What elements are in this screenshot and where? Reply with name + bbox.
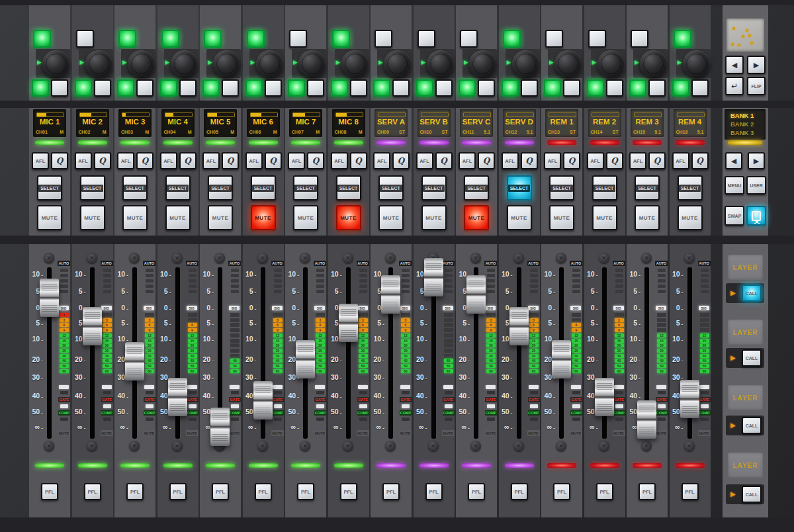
q-button[interactable]: Q <box>435 152 453 169</box>
mute-button[interactable]: MUTE <box>165 205 191 230</box>
fader-cap[interactable] <box>296 340 315 378</box>
fader-cap[interactable] <box>210 408 230 446</box>
function-button-a[interactable] <box>32 79 49 97</box>
fader-cap[interactable] <box>637 400 656 439</box>
bank-left-button[interactable]: ◀ <box>725 56 744 74</box>
q-button[interactable]: Q <box>392 152 410 169</box>
q-button[interactable]: Q <box>606 152 623 169</box>
mute-button[interactable]: MUTE <box>37 205 62 230</box>
channel-on-button[interactable] <box>375 30 392 48</box>
channel-on-button[interactable] <box>460 30 478 48</box>
afl-button[interactable]: AFL <box>288 152 305 169</box>
function-button-a[interactable] <box>672 79 689 97</box>
rotary-encoder-knob[interactable] <box>427 50 454 77</box>
channel-on-button[interactable] <box>674 30 691 48</box>
mute-button[interactable]: MUTE <box>208 205 233 230</box>
select-button[interactable]: SELECT <box>635 175 660 200</box>
function-button-b[interactable] <box>648 79 666 97</box>
mute-button[interactable]: MUTE <box>678 205 703 230</box>
rotary-encoder-knob[interactable] <box>384 50 411 77</box>
call-button[interactable]: CALL <box>742 486 762 503</box>
function-button-b[interactable] <box>94 79 111 97</box>
call-button[interactable]: CALL <box>742 285 762 302</box>
pfl-button[interactable]: PFL <box>84 483 101 500</box>
function-button-a[interactable] <box>160 79 177 97</box>
afl-button[interactable]: AFL <box>75 152 92 169</box>
q-button[interactable]: Q <box>307 152 324 169</box>
swap-button[interactable]: SWAP <box>725 206 744 226</box>
function-button-a[interactable] <box>544 79 561 97</box>
select-button[interactable]: SELECT <box>678 175 703 200</box>
pfl-button[interactable]: PFL <box>425 483 443 500</box>
channel-on-button[interactable] <box>631 30 648 48</box>
channel-on-button[interactable] <box>289 30 307 48</box>
mute-button[interactable]: MUTE <box>293 205 318 230</box>
pfl-button[interactable]: PFL <box>169 483 187 500</box>
afl-button[interactable]: AFL <box>160 152 177 169</box>
pfl-button[interactable]: PFL <box>511 483 528 500</box>
q-button[interactable]: Q <box>94 152 111 169</box>
rotary-encoder-knob[interactable] <box>298 50 326 77</box>
select-button[interactable]: SELECT <box>378 175 404 200</box>
q-button[interactable]: Q <box>179 152 197 169</box>
function-button-b[interactable] <box>691 79 709 97</box>
afl-button[interactable]: AFL <box>202 152 220 169</box>
function-button-a[interactable] <box>117 79 134 97</box>
function-button-a[interactable] <box>459 79 476 97</box>
rotary-encoder-knob[interactable] <box>469 50 496 77</box>
pfl-button[interactable]: PFL <box>126 483 144 500</box>
q-button[interactable]: Q <box>222 152 239 169</box>
q-button[interactable]: Q <box>563 152 580 169</box>
function-button-a[interactable] <box>587 79 604 97</box>
channel-on-button[interactable] <box>332 30 350 48</box>
rotary-encoder-knob[interactable] <box>640 50 667 77</box>
select-button[interactable]: SELECT <box>122 175 148 200</box>
select-button[interactable]: SELECT <box>80 175 105 200</box>
select-button[interactable]: SELECT <box>165 175 191 200</box>
q-button[interactable]: Q <box>521 152 538 169</box>
mute-button[interactable]: MUTE <box>251 205 276 230</box>
pfl-button[interactable]: PFL <box>382 483 400 500</box>
function-button-b[interactable] <box>563 79 580 97</box>
function-button-b[interactable] <box>392 79 410 97</box>
fader-cap[interactable] <box>40 279 59 317</box>
menu-button[interactable]: MENU <box>725 176 744 195</box>
pfl-button[interactable]: PFL <box>297 483 314 500</box>
mute-button[interactable]: MUTE <box>336 205 361 230</box>
mute-button[interactable]: MUTE <box>122 205 148 230</box>
function-button-b[interactable] <box>606 79 623 97</box>
mute-button[interactable]: MUTE <box>507 205 532 230</box>
fader-cap[interactable] <box>168 378 187 416</box>
fader-cap[interactable] <box>381 275 400 314</box>
function-button-a[interactable] <box>373 79 390 97</box>
channel-on-button[interactable] <box>418 30 435 48</box>
select-button[interactable]: SELECT <box>507 175 532 200</box>
afl-button[interactable]: AFL <box>459 152 476 169</box>
pfl-button[interactable]: PFL <box>340 483 357 500</box>
afl-button[interactable]: AFL <box>32 152 49 169</box>
function-button-a[interactable] <box>75 79 92 97</box>
rotary-encoder-knob[interactable] <box>85 50 112 77</box>
enter-button[interactable]: ↵ <box>725 77 744 95</box>
select-button[interactable]: SELECT <box>549 175 574 200</box>
fader-cap[interactable] <box>125 342 144 380</box>
channel-on-button[interactable] <box>588 30 606 48</box>
q-button[interactable]: Q <box>51 152 68 169</box>
user-button[interactable]: USER <box>746 176 766 195</box>
channel-right-button[interactable]: ▶ <box>748 152 765 169</box>
mute-button[interactable]: MUTE <box>80 205 105 230</box>
channel-on-button[interactable] <box>118 30 136 48</box>
mute-button[interactable]: MUTE <box>635 205 660 230</box>
channel-on-button[interactable] <box>76 30 94 48</box>
afl-button[interactable]: AFL <box>117 152 134 169</box>
channel-on-button[interactable] <box>503 30 521 48</box>
call-button[interactable]: CALL <box>742 417 762 434</box>
monitor-button[interactable] <box>746 206 766 226</box>
mute-button[interactable]: MUTE <box>421 205 447 230</box>
afl-button[interactable]: AFL <box>544 152 561 169</box>
rotary-encoder-knob[interactable] <box>597 50 625 77</box>
afl-button[interactable]: AFL <box>672 152 689 169</box>
function-button-a[interactable] <box>502 79 519 97</box>
function-button-a[interactable] <box>245 79 263 97</box>
function-button-b[interactable] <box>478 79 495 97</box>
